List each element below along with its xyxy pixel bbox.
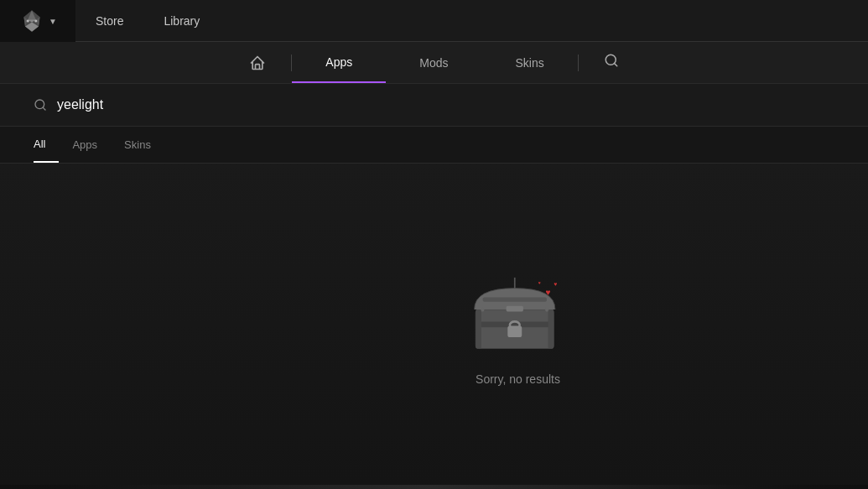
mods-sec-nav-item[interactable]: Mods [386, 42, 481, 83]
logo-chevron-icon: ▼ [49, 17, 57, 26]
filter-tabs: All Apps Skins [0, 127, 868, 164]
svg-point-0 [27, 19, 29, 22]
search-input[interactable] [57, 97, 309, 112]
svg-text:♥: ♥ [554, 281, 557, 287]
filter-tab-all[interactable]: All [34, 127, 59, 163]
overwolf-logo-icon [18, 8, 45, 34]
svg-text:♥: ♥ [545, 288, 550, 297]
svg-rect-9 [482, 297, 546, 301]
logo-button[interactable]: ▼ [0, 0, 75, 42]
skins-sec-nav-item[interactable]: Skins [481, 42, 577, 83]
library-nav-link[interactable]: Library [143, 0, 220, 41]
filter-tab-apps[interactable]: Apps [59, 127, 111, 163]
no-results-illustration: ♥ ♥ ♥ [460, 263, 577, 356]
svg-text:♥: ♥ [538, 280, 540, 285]
search-area [0, 84, 868, 127]
svg-rect-10 [506, 305, 522, 311]
empty-state: ♥ ♥ ♥ Sorry, no results [460, 263, 577, 386]
apps-sec-nav-item[interactable]: Apps [292, 42, 386, 83]
home-nav-item[interactable] [224, 42, 291, 83]
search-icon-main [34, 98, 47, 112]
search-nav-button[interactable] [579, 53, 644, 72]
svg-point-1 [34, 19, 37, 22]
search-icon [604, 53, 619, 68]
main-content: ♥ ♥ ♥ Sorry, no results [0, 164, 868, 485]
svg-rect-14 [548, 310, 554, 349]
store-nav-link[interactable]: Store [75, 0, 143, 41]
nav-links: Store Library [75, 0, 220, 41]
filter-tab-skins[interactable]: Skins [111, 127, 164, 163]
top-navigation: ▼ Store Library [0, 0, 868, 42]
svg-rect-13 [476, 310, 481, 349]
secondary-navigation: Apps Mods Skins [0, 42, 868, 84]
empty-state-text: Sorry, no results [476, 372, 560, 386]
home-icon [249, 55, 266, 71]
